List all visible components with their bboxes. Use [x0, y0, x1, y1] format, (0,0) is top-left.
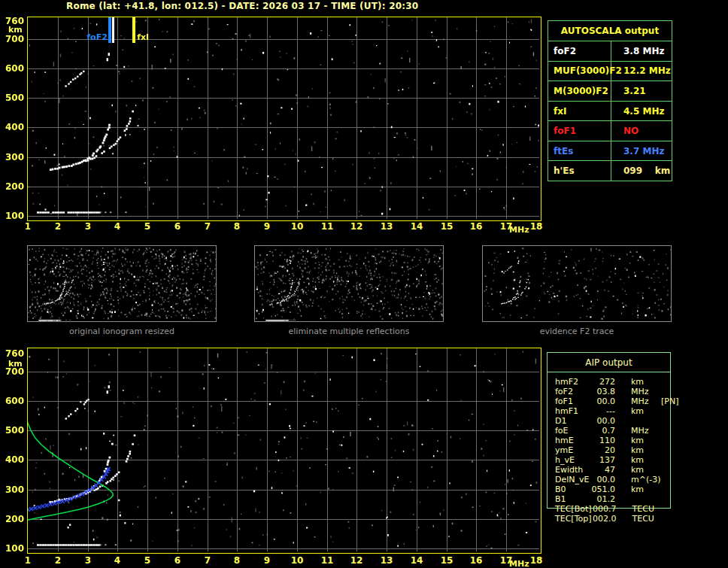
axis-tick-label: 100	[2, 211, 24, 221]
aip-row-unit: km	[631, 455, 661, 465]
aip-row: B1 01.2	[555, 494, 670, 504]
aip-row-unit: km	[631, 436, 661, 445]
axis-tick-label: 600	[2, 63, 24, 74]
autoscala-row: foF1 NO	[548, 120, 672, 141]
axis-tick-label: 4	[108, 555, 126, 566]
axis-tick-label: 200	[2, 181, 24, 192]
thumbnail-caption: evidence F2 trace	[467, 327, 687, 336]
aip-row-value: 00.0	[590, 416, 615, 426]
axis-tick-label: 7	[199, 221, 217, 232]
axis-tick-label: 3	[79, 555, 97, 566]
autoscala-row: ftEs 3.7 MHz	[548, 141, 672, 161]
aip-row-label: foE	[555, 426, 590, 436]
axis-tick-label: 4	[108, 221, 126, 232]
aip-row-value: 20	[590, 445, 615, 455]
axis-unit-km: km	[8, 25, 23, 35]
thumbnail-caption: original ionogram resized	[12, 327, 232, 336]
axis-tick-label: 7	[199, 555, 217, 566]
aip-row-value: 051.0	[590, 484, 615, 494]
aip-row-label: TEC[Bot]	[555, 504, 592, 514]
thumbnail-eliminate-reflections	[254, 245, 444, 322]
ionogram-top-canvas	[28, 17, 539, 219]
axis-unit-mhz: MHz	[509, 559, 529, 568]
aip-row: TEC[Bot] 000.7 TECU	[555, 504, 670, 514]
axis-tick-label: 300	[2, 152, 24, 163]
aip-row: hmF2 272 km	[555, 377, 670, 387]
axis-tick-label: 14	[408, 221, 426, 232]
aip-row: TEC[Top] 002.0 TECU	[555, 514, 670, 524]
axis-unit-km: km	[8, 359, 23, 369]
autoscala-row-value: 3.21	[611, 81, 672, 101]
autoscala-table-title: AUTOSCALA output	[548, 21, 672, 41]
axis-tick-label: 2	[49, 555, 67, 566]
aip-row: hmF1 --- km	[555, 406, 670, 416]
axis-tick-label: 400	[2, 454, 24, 465]
autoscala-row-value: 099 km	[611, 161, 672, 181]
thumbnail-evidence-f2	[482, 245, 672, 322]
axis-tick-label: 10	[288, 555, 306, 566]
autoscala-row-label: fxI	[548, 102, 611, 121]
axis-tick-label: 600	[2, 396, 24, 406]
axis-tick-label: 15	[438, 555, 456, 566]
autoscala-row-value: 4.5 MHz	[611, 102, 672, 121]
aip-row-value: ---	[590, 406, 615, 416]
page-title: Rome (lat: +41.8, lon: 012.5) - DATE: 20…	[66, 1, 418, 11]
axis-tick-label: 9	[258, 221, 276, 232]
autoscala-row-value: NO	[611, 121, 672, 141]
aip-row-unit: km	[631, 465, 661, 475]
axis-tick-label: 13	[378, 221, 396, 232]
axis-tick-label: 760	[2, 348, 24, 359]
axis-tick-label: 16	[467, 221, 485, 232]
aip-row: B0 051.0 km	[555, 484, 670, 494]
aip-row-label: foF1	[555, 396, 590, 406]
autoscala-row: MUF(3000)F2 12.2 MHz	[548, 61, 672, 81]
aip-row-value: 47	[590, 465, 615, 475]
aip-row-label: B0	[555, 484, 590, 494]
autoscala-row: fxI 4.5 MHz	[548, 101, 672, 121]
aip-row-value: 01.2	[590, 494, 615, 504]
aip-output-table: AIP output hmF2 272 km foF2 03.8 MHz foF…	[547, 352, 671, 509]
ionogram-top-plot: foF2 fxI	[27, 17, 541, 221]
axis-tick-label: 400	[2, 122, 24, 132]
axis-tick-label: 6	[168, 221, 187, 232]
aip-row-value: 272	[590, 377, 615, 387]
axis-tick-label: 12	[347, 555, 366, 566]
autoscala-row: h'Es 099 km	[548, 160, 672, 181]
fxi-marker-bar	[132, 17, 135, 43]
axis-tick-label: 3	[79, 221, 97, 232]
aip-row: foF2 03.8 MHz	[555, 387, 670, 396]
axis-tick-label: 1	[19, 221, 37, 232]
thumbnail-canvas	[483, 246, 671, 321]
aip-row-unit: km	[631, 406, 661, 416]
aip-table-title: AIP output	[548, 353, 670, 372]
autoscala-row-label: MUF(3000)F2	[548, 62, 611, 81]
aip-row-label: hmE	[555, 436, 590, 445]
aip-row-label: Ewidth	[555, 465, 590, 475]
ionogram-bottom-plot	[27, 348, 541, 554]
aip-row-value: 00.0	[590, 475, 615, 484]
aip-row-label: hmF1	[555, 406, 590, 416]
aip-row: foE 0.7 MHz	[555, 426, 670, 436]
aip-row-unit: km	[631, 484, 661, 494]
axis-tick-label: 11	[318, 221, 336, 232]
aip-row: h_vE 137 km	[555, 455, 670, 465]
aip-row-value: 03.8	[590, 387, 615, 396]
aip-row: Ewidth 47 km	[555, 465, 670, 475]
autoscala-row-label: foF2	[548, 41, 611, 61]
axis-tick-label: 5	[138, 555, 156, 566]
aip-row-label: hmF2	[555, 377, 590, 387]
axis-tick-label: 1	[19, 555, 37, 566]
autoscala-output-table: AUTOSCALA output foF2 3.8 MHzMUF(3000)F2…	[548, 20, 672, 181]
thumbnail-original-ionogram	[27, 245, 217, 322]
aip-table-rows: hmF2 272 km foF2 03.8 MHz foF1 00.0 MHz	[548, 372, 670, 524]
fof2-marker-label: foF2	[86, 32, 108, 42]
autoscala-row-label: h'Es	[548, 161, 611, 181]
aip-row-label: foF2	[555, 387, 590, 396]
axis-tick-label: 100	[2, 543, 24, 554]
aip-row: D1 00.0	[555, 416, 670, 426]
hmf2-marker-bar	[112, 17, 114, 43]
autoscala-row: M(3000)F2 3.21	[548, 80, 672, 101]
axis-tick-label: 15	[438, 221, 456, 232]
autoscala-row-label: ftEs	[548, 141, 611, 161]
axis-tick-label: 700	[2, 34, 24, 44]
